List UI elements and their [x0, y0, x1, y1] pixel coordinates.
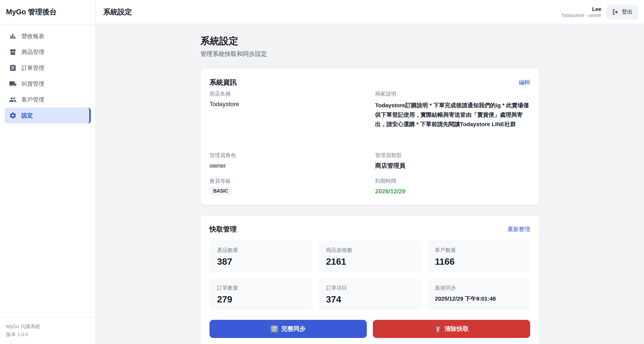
user-info: Lee Todaystore - owner — [561, 6, 601, 18]
cache-actions: 完整同步 — [210, 320, 530, 338]
sidebar-item-label: 叫貨管理 — [22, 80, 44, 87]
stat-product-count: 產品數量 387 — [210, 241, 312, 272]
sidebar-item-customers[interactable]: 客戶管理 — [4, 92, 91, 108]
sidebar-nav: 營收報表 商品管理 訂單管理 叫貨管理 — [0, 24, 95, 317]
logout-icon — [612, 8, 619, 15]
users-icon — [9, 96, 17, 103]
stat-label: 最後同步 — [435, 284, 522, 292]
store-desc-value: Todaystore訂購說明 * 下單完成後請通知我們的ig * 此賣場僅供下單… — [375, 100, 530, 129]
sidebar-item-purchasing[interactable]: 叫貨管理 — [4, 76, 91, 92]
store-desc-label: 商家說明 — [375, 90, 530, 97]
store-name-value: Todaystore — [210, 100, 364, 109]
clipboard-icon — [9, 64, 17, 72]
stat-order-items: 訂單項目 374 — [318, 278, 421, 310]
sidebar-item-label: 設定 — [22, 112, 33, 119]
sidebar-item-label: 客戶管理 — [22, 96, 44, 103]
admin-type-label: 管理員類型 — [375, 152, 530, 159]
member-level-label: 會員等級 — [210, 177, 364, 185]
clear-cache-label: 清除快取 — [444, 325, 469, 333]
store-desc-field: 商家說明 Todaystore訂購說明 * 下單完成後請通知我們的ig * 此賣… — [375, 90, 530, 129]
full-sync-label: 完整同步 — [281, 325, 306, 333]
header-title: 系統設定 — [103, 7, 132, 17]
edit-link[interactable]: 編輯 — [519, 79, 530, 86]
system-info-card: 系統資訊 編輯 商店名稱 Todaystore 商家說明 Todaystore訂… — [200, 69, 539, 205]
sidebar-footer: MyGo 代購系統 版本 1.0.0 — [0, 317, 95, 344]
app-name-text: MyGo 代購系統 — [6, 323, 89, 331]
sync-explanation: 完整同步：清除所有快取並重新從資料庫載入所有資料 — [210, 343, 530, 344]
system-info-title: 系統資訊 — [210, 78, 237, 87]
store-name-label: 商店名稱 — [210, 90, 364, 97]
sidebar-item-orders[interactable]: 訂單管理 — [4, 60, 91, 76]
sidebar-item-settings[interactable]: 設定 — [4, 108, 91, 124]
truck-icon — [9, 80, 17, 88]
user-name: Lee — [561, 6, 601, 12]
header-right: Lee Todaystore - owner 登出 — [561, 4, 638, 19]
sidebar-item-label: 營收報表 — [22, 33, 44, 40]
expiry-value: 2026/12/29 — [375, 187, 530, 196]
stat-label: 產品數量 — [217, 246, 305, 254]
top-header: 系統設定 Lee Todaystore - owner 登出 — [96, 0, 644, 24]
sync-icon — [271, 325, 278, 333]
expiry-field: 到期時間 2026/12/29 — [375, 177, 530, 196]
admin-role-label: 管理員角色 — [210, 152, 364, 159]
logout-label: 登出 — [622, 8, 633, 15]
refresh-link[interactable]: 重新整理 — [508, 226, 530, 233]
stat-label: 客戶數量 — [435, 246, 522, 254]
stat-customer-count: 客戶數量 1166 — [427, 241, 530, 272]
stat-label: 訂單數量 — [217, 284, 305, 292]
sidebar-item-label: 訂單管理 — [22, 64, 44, 72]
stat-value: 279 — [217, 293, 305, 306]
expiry-label: 到期時間 — [375, 177, 530, 185]
full-sync-button[interactable]: 完整同步 — [210, 320, 367, 338]
admin-type-value: 商店管理員 — [375, 161, 530, 170]
cache-management-card: 快取管理 重新整理 產品數量 387 商品規格數 2161 — [200, 216, 539, 344]
app-version-text: 版本 1.0.0 — [6, 331, 89, 339]
brand-logo: MyGo 管理後台 — [0, 0, 95, 24]
stat-value: 2161 — [326, 256, 414, 268]
sidebar: MyGo 管理後台 營收報表 商品管理 訂單管理 — [0, 0, 96, 344]
archive-box-icon — [9, 48, 17, 56]
gear-icon — [9, 112, 17, 119]
sidebar-item-products[interactable]: 商品管理 — [4, 44, 91, 60]
page-subtitle: 管理系統快取和同步設定 — [200, 50, 539, 58]
stat-spec-count: 商品規格數 2161 — [318, 241, 421, 272]
sidebar-item-revenue-report[interactable]: 營收報表 — [4, 28, 91, 44]
logout-button[interactable]: 登出 — [606, 4, 638, 19]
admin-role-field: 管理員角色 owner — [210, 152, 364, 170]
store-name-field: 商店名稱 Todaystore — [210, 90, 364, 129]
clear-cache-button[interactable]: 清除快取 — [373, 320, 530, 338]
page-title: 系統設定 — [200, 35, 539, 47]
stat-last-sync: 最後同步 2025/12/29 下午9:01:48 — [427, 278, 530, 310]
app-window: MyGo 管理後台 營收報表 商品管理 訂單管理 — [0, 0, 644, 344]
stat-value: 374 — [326, 293, 414, 306]
member-level-badge: BASIC — [210, 187, 232, 195]
main-area: 系統設定 Lee Todaystore - owner 登出 — [96, 0, 644, 344]
sidebar-item-label: 商品管理 — [22, 48, 44, 56]
trash-icon — [434, 326, 441, 332]
cache-title: 快取管理 — [210, 225, 237, 234]
stat-label: 訂單項目 — [326, 284, 414, 292]
admin-type-field: 管理員類型 商店管理員 — [375, 152, 530, 170]
bar-chart-icon — [9, 32, 17, 40]
stat-label: 商品規格數 — [326, 246, 414, 254]
user-store-role: Todaystore - owner — [561, 13, 601, 18]
cache-stats-grid: 產品數量 387 商品規格數 2161 客戶數量 1166 訂單數量 — [210, 241, 530, 310]
stat-value: 387 — [217, 256, 305, 268]
member-level-field: 會員等級 BASIC — [210, 177, 364, 196]
stat-value: 1166 — [435, 256, 522, 268]
last-sync-value: 2025/12/29 下午9:01:48 — [435, 295, 522, 303]
admin-role-value: owner — [210, 161, 364, 170]
stat-order-count: 訂單數量 279 — [210, 278, 312, 310]
content-scroll-area[interactable]: 系統設定 管理系統快取和同步設定 系統資訊 編輯 商店名稱 Todaystore — [96, 24, 644, 344]
